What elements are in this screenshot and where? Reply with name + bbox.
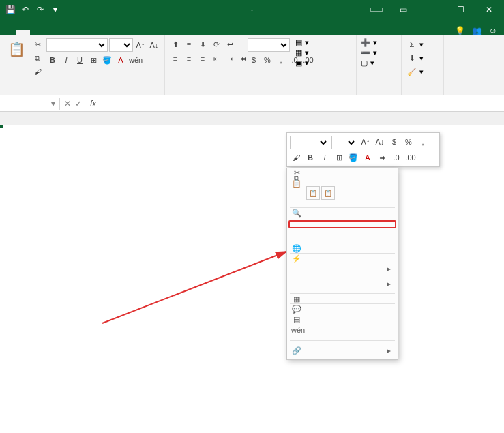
ctx-filter[interactable]: ▸ xyxy=(287,261,398,276)
tell-me[interactable]: 💡 xyxy=(455,26,465,35)
shrink-font-icon[interactable]: A↓ xyxy=(148,39,160,51)
select-all-corner[interactable] xyxy=(0,112,16,125)
undo-icon[interactable]: ↶ xyxy=(19,3,31,16)
close-icon[interactable]: ✕ xyxy=(475,0,503,19)
conditional-format-button[interactable]: ▤▾ xyxy=(295,38,352,47)
align-middle-icon[interactable]: ≡ xyxy=(183,38,195,50)
tab-help[interactable] xyxy=(125,30,139,35)
share-button[interactable]: 👥 xyxy=(472,26,482,35)
ctx-insert[interactable] xyxy=(288,220,396,228)
tab-dev[interactable] xyxy=(112,30,125,35)
tab-data[interactable] xyxy=(71,30,85,35)
ctx-copy[interactable]: ⧉ xyxy=(287,175,398,181)
font-name-select[interactable] xyxy=(46,38,108,52)
tab-team[interactable] xyxy=(180,30,194,35)
paste-option-1[interactable]: 📋 xyxy=(306,186,320,200)
italic-icon[interactable]: I xyxy=(60,54,72,66)
ctx-paste-special[interactable] xyxy=(287,200,398,205)
mini-decimal-icon[interactable]: .0 xyxy=(390,151,402,164)
indent-inc-icon[interactable]: ⇥ xyxy=(224,53,236,65)
tab-formulas[interactable] xyxy=(57,30,71,35)
mini-bold-icon[interactable]: B xyxy=(304,151,316,164)
tab-insert[interactable] xyxy=(30,30,44,35)
wrap-text-icon[interactable]: ↩ xyxy=(224,38,236,50)
format-cells-button[interactable]: ▢▾ xyxy=(361,59,397,68)
qat-customize-icon[interactable]: ▾ xyxy=(49,3,61,16)
minimize-icon[interactable]: — xyxy=(418,0,445,19)
mini-border-icon[interactable]: ⊞ xyxy=(333,151,345,164)
font-color-icon[interactable]: A xyxy=(115,54,127,66)
mini-format-painter-icon[interactable]: 🖌 xyxy=(290,151,302,164)
autosum-icon[interactable]: Σ xyxy=(406,38,418,50)
ctx-quick-analysis[interactable]: ⚡ xyxy=(287,256,398,261)
cell-styles-button[interactable]: ▣▾ xyxy=(295,59,352,68)
align-center-icon[interactable]: ≡ xyxy=(183,53,195,65)
indent-dec-icon[interactable]: ⇤ xyxy=(210,53,222,65)
enter-formula-icon[interactable]: ✓ xyxy=(75,99,82,108)
mini-fill-icon[interactable]: 🪣 xyxy=(347,151,359,164)
delete-cells-button[interactable]: ➖▾ xyxy=(361,48,397,57)
mini-comma-icon[interactable]: , xyxy=(417,136,429,148)
ctx-clear[interactable] xyxy=(287,235,398,241)
ribbon-options-icon[interactable]: ▭ xyxy=(389,0,417,19)
clear-icon[interactable]: 🧹 xyxy=(406,65,418,78)
name-box[interactable]: ▾ xyxy=(0,98,60,110)
align-right-icon[interactable]: ≡ xyxy=(196,53,209,65)
tab-file[interactable] xyxy=(3,30,16,35)
login-button[interactable] xyxy=(370,8,383,12)
ctx-translate[interactable]: 🌐 xyxy=(287,245,398,251)
currency-icon[interactable]: $ xyxy=(248,54,260,66)
ctx-phonetic[interactable]: wén xyxy=(287,327,398,333)
tab-layout[interactable] xyxy=(44,30,57,35)
ctx-sort[interactable]: ▸ xyxy=(287,276,398,291)
paste-option-2[interactable]: 📋 xyxy=(321,186,335,200)
tab-review[interactable] xyxy=(85,30,98,35)
ctx-smart-lookup[interactable]: 🔍 xyxy=(287,210,398,215)
redo-icon[interactable]: ↷ xyxy=(34,3,46,16)
tab-pivot[interactable] xyxy=(166,30,180,35)
orientation-icon[interactable]: ⟳ xyxy=(210,38,222,50)
ctx-delete[interactable] xyxy=(287,230,398,235)
save-icon[interactable]: 💾 xyxy=(4,3,16,16)
mini-grow-font-icon[interactable]: A↑ xyxy=(359,136,372,148)
grow-font-icon[interactable]: A↑ xyxy=(134,39,147,51)
bold-icon[interactable]: B xyxy=(46,54,59,66)
formula-input[interactable] xyxy=(100,102,504,105)
mini-percent-icon[interactable]: % xyxy=(402,136,415,148)
format-as-table-button[interactable]: ▦▾ xyxy=(295,48,352,57)
comma-icon[interactable]: , xyxy=(275,54,287,66)
mini-italic-icon[interactable]: I xyxy=(318,151,331,164)
mini-font-select[interactable] xyxy=(290,136,329,149)
mini-size-select[interactable] xyxy=(331,136,357,149)
mini-decimal2-icon[interactable]: .00 xyxy=(404,151,417,164)
maximize-icon[interactable]: ☐ xyxy=(447,0,474,19)
ctx-link[interactable]: 🔗▸ xyxy=(287,343,398,358)
ctx-define-name[interactable] xyxy=(287,333,398,338)
mini-fontcolor-icon[interactable]: A xyxy=(361,151,374,164)
tab-pdf[interactable] xyxy=(153,30,166,35)
percent-icon[interactable]: % xyxy=(261,54,273,66)
cancel-formula-icon[interactable]: ✕ xyxy=(64,99,71,108)
ctx-format-cells[interactable]: ▤ xyxy=(287,316,398,322)
align-left-icon[interactable]: ≡ xyxy=(169,53,181,65)
fill-color-icon[interactable]: 🪣 xyxy=(101,54,113,66)
mini-currency-icon[interactable]: $ xyxy=(388,136,400,148)
align-top-icon[interactable]: ⬆ xyxy=(169,38,181,50)
align-bottom-icon[interactable]: ⬇ xyxy=(196,38,209,50)
insert-cells-button[interactable]: ➕▾ xyxy=(361,38,397,47)
fill-icon[interactable]: ⬇ xyxy=(406,52,418,64)
tab-home[interactable] xyxy=(16,30,30,35)
border-icon[interactable]: ⊞ xyxy=(87,54,100,66)
number-format-select[interactable] xyxy=(248,38,290,52)
fx-icon[interactable]: fx xyxy=(86,99,100,108)
tab-load[interactable] xyxy=(139,30,153,35)
paste-button[interactable]: 📋 xyxy=(4,38,29,61)
font-size-select[interactable] xyxy=(109,38,133,52)
smiley-icon[interactable]: ☺ xyxy=(489,26,497,35)
tab-view[interactable] xyxy=(98,30,112,35)
ctx-cut[interactable]: ✂ xyxy=(287,170,398,175)
ctx-insert-comment[interactable]: 💬 xyxy=(287,306,398,312)
ctx-from-table[interactable]: ▦ xyxy=(287,296,398,301)
phonetic-icon[interactable]: wén xyxy=(128,54,143,66)
mini-merge-icon[interactable]: ⬌ xyxy=(376,151,388,164)
